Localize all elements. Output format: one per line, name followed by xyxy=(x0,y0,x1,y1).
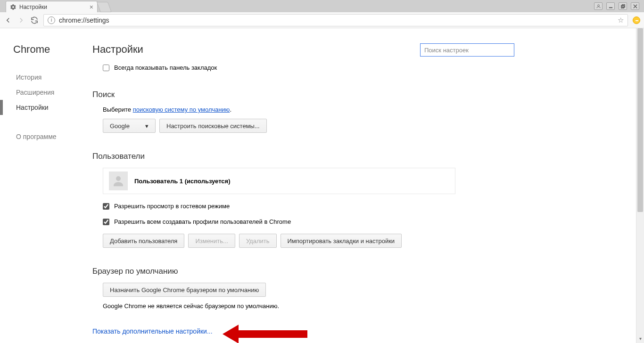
allow-create-checkbox-input[interactable] xyxy=(103,219,109,225)
settings-content: Настройки Всегда показывать панель закла… xyxy=(92,28,644,343)
settings-search-input[interactable] xyxy=(420,43,514,57)
nav-back-button[interactable] xyxy=(4,16,12,24)
set-default-browser-button[interactable]: Назначить Google Chrome браузером по умо… xyxy=(103,283,266,297)
bookmarks-bar-checkbox[interactable]: Всегда показывать панель закладок xyxy=(103,64,644,71)
sidebar-item-about[interactable]: О программе xyxy=(0,129,92,144)
close-tab-icon[interactable]: × xyxy=(90,4,93,10)
url-text: chrome://settings xyxy=(59,16,109,24)
sidebar: Chrome История Расширения Настройки О пр… xyxy=(0,28,92,343)
section-title-users: Пользователи xyxy=(92,152,644,161)
svg-point-6 xyxy=(116,176,121,181)
svg-rect-1 xyxy=(609,7,612,8)
user-window-icon[interactable] xyxy=(594,2,603,10)
sidebar-item-history[interactable]: История xyxy=(0,70,92,85)
window-titlebar: Настройки × xyxy=(0,0,644,12)
svg-rect-2 xyxy=(621,5,624,8)
guest-mode-label: Разрешить просмотр в гостевом режиме xyxy=(114,203,230,210)
add-user-button[interactable]: Добавить пользователя xyxy=(103,234,184,248)
browser-toolbar: i chrome://settings ☆ xyxy=(0,12,644,28)
brand-label: Chrome xyxy=(0,43,92,56)
address-bar[interactable]: i chrome://settings ☆ xyxy=(43,14,628,26)
nav-forward-button[interactable] xyxy=(17,16,25,24)
bookmarks-bar-checkbox-input[interactable] xyxy=(103,65,109,71)
avatar-icon xyxy=(109,172,128,190)
current-user-card[interactable]: Пользователь 1 (используется) xyxy=(103,168,455,194)
section-title-search: Поиск xyxy=(92,90,644,99)
extension-icon[interactable] xyxy=(633,16,640,24)
default-search-link[interactable]: поисковую систему по умолчанию xyxy=(133,106,230,113)
new-tab-button[interactable] xyxy=(97,2,112,12)
browser-tab-active[interactable]: Настройки × xyxy=(6,1,98,12)
scrollbar-thumb[interactable] xyxy=(637,28,643,212)
site-info-icon[interactable]: i xyxy=(48,16,55,24)
browser-tabstrip: Настройки × xyxy=(3,0,594,12)
manage-search-engines-button[interactable]: Настроить поисковые системы... xyxy=(159,119,267,133)
tab-title: Настройки xyxy=(19,4,47,10)
svg-point-0 xyxy=(597,4,599,6)
allow-create-checkbox[interactable]: Разрешить всем создавать профили пользов… xyxy=(103,218,644,225)
delete-user-button[interactable]: Удалить xyxy=(239,234,277,248)
nav-reload-button[interactable] xyxy=(30,16,39,24)
gear-icon xyxy=(10,4,17,10)
edit-user-button[interactable]: Изменить... xyxy=(188,234,235,248)
default-browser-status: Google Chrome не является сейчас браузер… xyxy=(103,302,644,310)
bookmarks-bar-label: Всегда показывать панель закладок xyxy=(114,64,217,71)
window-restore-button[interactable] xyxy=(619,2,627,10)
bookmark-star-icon[interactable]: ☆ xyxy=(618,16,624,24)
allow-create-label: Разрешить всем создавать профили пользов… xyxy=(114,218,291,225)
sidebar-item-settings[interactable]: Настройки xyxy=(0,100,92,115)
scrollbar-down-icon[interactable]: ▾ xyxy=(636,335,644,342)
section-title-default-browser: Браузер по умолчанию xyxy=(92,267,644,276)
window-minimize-button[interactable] xyxy=(606,2,615,10)
annotation-arrow-icon xyxy=(223,323,307,343)
guest-mode-checkbox-input[interactable] xyxy=(103,203,109,210)
svg-rect-3 xyxy=(622,4,625,7)
page-title: Настройки xyxy=(92,43,143,56)
sidebar-item-extensions[interactable]: Расширения xyxy=(0,85,92,100)
search-engine-select[interactable]: Google ▾ xyxy=(103,119,156,133)
chevron-down-icon: ▾ xyxy=(145,122,149,130)
search-desc: Выберите поисковую систему по умолчанию. xyxy=(103,106,644,113)
show-advanced-link[interactable]: Показать дополнительные настройки... xyxy=(92,327,213,335)
window-controls xyxy=(594,2,641,10)
window-close-button[interactable] xyxy=(631,2,639,10)
svg-marker-7 xyxy=(223,325,307,343)
vertical-scrollbar[interactable]: ▾ xyxy=(636,28,644,343)
guest-mode-checkbox[interactable]: Разрешить просмотр в гостевом режиме xyxy=(103,203,644,210)
current-user-label: Пользователь 1 (используется) xyxy=(134,178,231,185)
import-bookmarks-button[interactable]: Импортировать закладки и настройки xyxy=(281,234,402,248)
